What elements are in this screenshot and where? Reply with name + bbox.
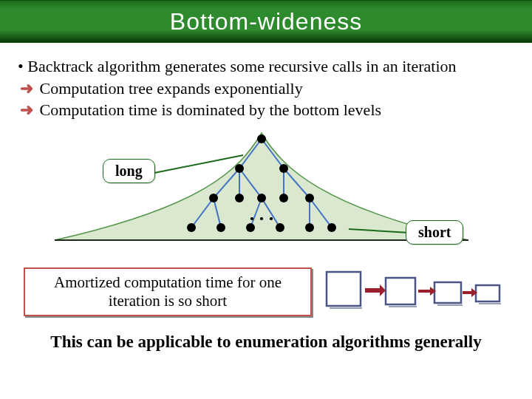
svg-point-26 — [305, 223, 314, 232]
bullet-main: Backtrack algorithm generates some recur… — [18, 56, 514, 78]
svg-rect-32 — [386, 278, 415, 304]
svg-point-27 — [327, 223, 336, 232]
shrinking-rects-icon — [322, 269, 514, 313]
amortized-row: Amortized computation time for one itera… — [18, 262, 514, 316]
slide-body: Backtrack algorithm generates some recur… — [0, 43, 532, 352]
svg-point-17 — [209, 194, 218, 202]
svg-rect-31 — [327, 272, 361, 306]
svg-point-16 — [279, 164, 288, 173]
arrow-icon: ➜ — [18, 78, 35, 100]
bullet-sub-2: ➜ Computation time is dominated by the b… — [18, 100, 514, 121]
sub2-text: Computation time is dominated by the bot… — [35, 100, 381, 119]
svg-marker-35 — [365, 284, 386, 296]
svg-point-22 — [187, 223, 196, 232]
svg-text:. . .: . . . — [250, 203, 274, 225]
slide-title: Bottom-wideness — [170, 8, 362, 35]
svg-point-14 — [257, 134, 266, 143]
svg-point-25 — [276, 223, 284, 232]
svg-point-23 — [216, 223, 225, 232]
svg-point-19 — [257, 194, 266, 202]
amortized-box: Amortized computation time for one itera… — [24, 267, 312, 316]
svg-point-18 — [235, 194, 244, 202]
callout-long: long — [103, 159, 155, 183]
arrow-icon: ➜ — [18, 100, 35, 121]
bullet-sub-1: ➜ Computation tree expands exponentially — [18, 78, 514, 100]
tree-diagram: . . . long short — [18, 126, 505, 259]
conclusion-text: This can be applicable to enumeration al… — [18, 332, 514, 352]
svg-rect-33 — [434, 282, 461, 303]
sub1-text: Computation tree expands exponentially — [35, 79, 303, 98]
svg-rect-34 — [476, 285, 499, 301]
callout-short: short — [406, 220, 463, 245]
svg-point-21 — [305, 194, 314, 202]
svg-point-15 — [235, 164, 244, 173]
svg-point-20 — [279, 194, 288, 202]
title-bar: Bottom-wideness — [0, 0, 532, 43]
svg-marker-36 — [418, 287, 436, 296]
